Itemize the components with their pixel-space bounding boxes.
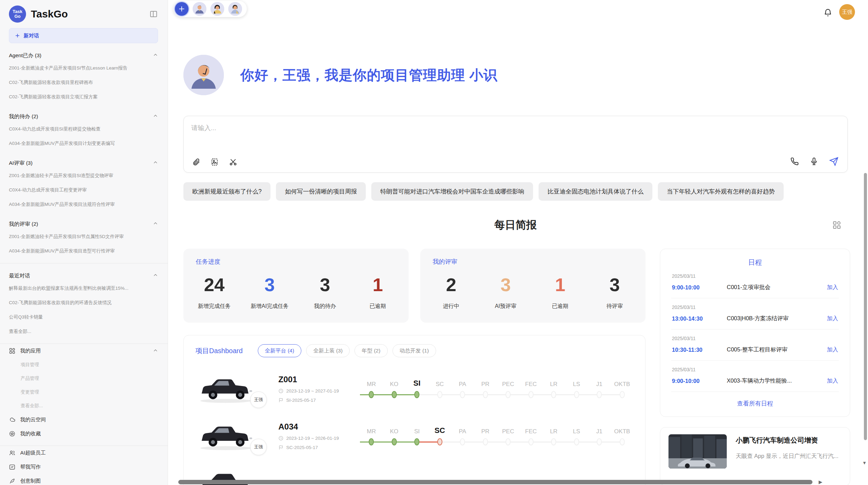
app-subitem[interactable]: 项目管理 <box>9 358 158 372</box>
stat-label: 进行中 <box>435 303 468 310</box>
plus-icon <box>15 33 20 38</box>
dashboard-tab[interactable]: 全新上装 (3) <box>306 344 350 357</box>
recent-section-header[interactable]: 最近对话 <box>9 270 158 281</box>
milestone-label: LR <box>542 377 565 388</box>
send-icon[interactable] <box>829 157 839 166</box>
sidebar-conversation-item[interactable]: C02-飞腾新能源轻客改款项目里程碑画布 <box>9 75 158 90</box>
milestone-dot <box>483 438 488 446</box>
join-meeting-link[interactable]: 加入 <box>827 284 838 291</box>
milestone-label: PEC <box>497 425 520 435</box>
new-chat-button[interactable]: 新对话 <box>9 28 158 43</box>
briefing-layout-grid-icon[interactable] <box>832 221 841 231</box>
sidebar: Task Go TaskGo 新对话 Agent已办 (3) Z001-全新燃油… <box>0 0 168 485</box>
recent-view-all[interactable]: 查看全部... <box>9 324 158 339</box>
milestone-dot <box>619 391 625 398</box>
milestone: KO <box>383 377 406 400</box>
user-avatar[interactable]: 王强 <box>839 4 855 20</box>
scroll-right-arrow-icon[interactable]: ▶ <box>819 479 822 485</box>
milestone-label: KO <box>383 377 406 388</box>
view-all-schedule-link[interactable]: 查看所有日程 <box>671 399 839 408</box>
attachment-icon[interactable] <box>192 158 200 166</box>
milestone: KO <box>383 425 406 447</box>
suggestion-chip[interactable]: 特朗普可能对进口汽车增税会对中国车企造成哪些影响 <box>371 182 533 201</box>
milestone: SC <box>429 425 451 447</box>
join-meeting-link[interactable]: 加入 <box>827 315 838 322</box>
join-meeting-link[interactable]: 加入 <box>827 377 838 385</box>
scroll-down-arrow-icon[interactable]: ▼ <box>862 460 867 465</box>
sidebar-conversation-item[interactable]: C02-飞腾新能源轻客改款项目的闭环通告反馈情况 <box>9 296 158 310</box>
sidebar-conversation-item[interactable]: A034-全新新能源MUV产品开发项目法规符合性评审 <box>9 197 158 212</box>
car-image <box>195 373 256 405</box>
milestone-dot <box>506 438 511 446</box>
image-upload-icon[interactable] <box>210 158 219 166</box>
sidebar-header: Task Go TaskGo <box>9 5 158 23</box>
milestone-dot <box>414 438 420 446</box>
dashboard-tab[interactable]: 年型 (2) <box>354 344 387 357</box>
assistant-avatar[interactable] <box>228 2 242 16</box>
sidebar-item-cloud-space[interactable]: 我的云空间 <box>9 413 158 427</box>
sidebar-section-header[interactable]: AI评审 (3) <box>9 158 158 169</box>
stat-label: 已逾期 <box>544 303 577 310</box>
sidebar-conversation-item[interactable]: C02-飞腾新能源轻客改款项目立项汇报方案 <box>9 90 158 104</box>
sidebar-item-favorites[interactable]: 我的收藏 <box>9 427 158 441</box>
milestone-label: LS <box>565 377 588 388</box>
milestone-dot <box>619 438 625 446</box>
sidebar-conversation-item[interactable]: Z001-全新燃油轻卡产品开发项目SI造型提交物评审 <box>9 169 158 183</box>
sidebar-conversation-item[interactable]: Z001-全新燃油皮卡产品开发项目SI节点Lesson Learn报告 <box>9 61 158 75</box>
vertical-scrollbar[interactable] <box>864 173 867 440</box>
suggestion-chip[interactable]: 如何写一份清晰的项目周报 <box>276 182 366 201</box>
sidebar-section-header[interactable]: 我的待办 (2) <box>9 111 158 122</box>
milestone-label: KO <box>383 425 406 435</box>
sidebar-conversation-item[interactable]: 公司Q3轻卡销量 <box>9 310 158 324</box>
milestone: FEC <box>520 377 543 400</box>
dashboard-tab[interactable]: 动总开发 (1) <box>393 344 436 357</box>
milestone-dot <box>597 391 602 398</box>
stat: 24 新增完成任务 <box>198 274 231 310</box>
cloud-icon <box>9 416 15 423</box>
sidebar-item-creative-drawing[interactable]: 创意制图 <box>9 474 158 485</box>
project-row[interactable]: 王强 A034 2023-12-19 ~ 2026-01-19 SC-2025-… <box>195 420 634 452</box>
app-subitem[interactable]: 产品管理 <box>9 372 158 385</box>
join-meeting-link[interactable]: 加入 <box>827 346 838 353</box>
creative-drawing-label: 创意制图 <box>20 478 158 484</box>
notifications-bell-icon[interactable] <box>823 8 832 18</box>
sidebar-conversation-item[interactable]: C0X4-动力总成开发项目工程变更评审 <box>9 183 158 197</box>
sidebar-conversation-item[interactable]: Z001-全新燃油轻卡产品开发项目SI节点属性5D文件评审 <box>9 229 158 244</box>
chat-input[interactable] <box>191 124 774 148</box>
add-assistant-button[interactable] <box>175 2 189 16</box>
sidebar-item-my-apps[interactable]: 我的应用 <box>9 344 158 358</box>
sidebar-conversation-item[interactable]: C0X4-动力总成开发项目SI里程碑提交物检查 <box>9 122 158 136</box>
microphone-icon[interactable] <box>810 157 818 166</box>
sidebar-section-header[interactable]: 我的评审 (2) <box>9 219 158 229</box>
screenshot-scissors-icon[interactable] <box>229 158 237 166</box>
milestone-dot <box>528 391 533 398</box>
milestone-label: PEC <box>497 377 520 388</box>
apps-view-all[interactable]: 查看全部... <box>9 399 158 413</box>
sidebar-item-help-me-write[interactable]: 帮我写作 <box>9 460 158 474</box>
project-row[interactable]: 王强 Z001 2023-12-19 ~ 2027-01-19 SI-2025-… <box>195 373 634 405</box>
horizontal-scrollbar[interactable] <box>178 480 812 484</box>
sidebar-conversation-item[interactable]: A034-全新新能源MUV产品开发项目计划变更表编写 <box>9 136 158 151</box>
suggestion-chip[interactable]: 当下年轻人对汽车外观有怎样的喜好趋势 <box>658 182 784 201</box>
assistant-avatar[interactable] <box>210 2 224 16</box>
assistant-avatar[interactable] <box>193 2 206 16</box>
suggestion-chip[interactable]: 欧洲新规最近颁布了什么? <box>183 182 270 201</box>
news-card[interactable]: 小鹏飞行汽车制造公司增资 天眼查 App 显示，近日广州汇天飞行汽... <box>660 427 850 485</box>
schedule-time: 9:00-10:00 <box>672 378 727 384</box>
assistant-avatar-large <box>183 55 224 95</box>
suggestion-chip[interactable]: 比亚迪全固态电池计划具体说了什么 <box>539 182 652 201</box>
sidebar-section-header[interactable]: Agent已办 (3) <box>9 50 158 61</box>
milestone-dot <box>574 438 579 446</box>
schedule-date: 2025/03/11 <box>672 336 838 341</box>
milestone: LS <box>565 377 588 400</box>
sidebar-conversation-item[interactable]: A034-全新新能源MUV产品开发项目造型可行性评审 <box>9 244 158 258</box>
stat-label: 新增完成任务 <box>198 303 231 310</box>
sidebar-toggle-icon[interactable] <box>149 10 158 18</box>
sidebar-conversation-item[interactable]: 解释最新出台的欧盟报废车法规再生塑料比例被调至15%... <box>9 281 158 296</box>
app-subitem[interactable]: 变更管理 <box>9 385 158 399</box>
my-apps-label: 我的应用 <box>20 348 148 354</box>
milestone-label: FEC <box>520 425 543 435</box>
dashboard-tab[interactable]: 全新平台 (4) <box>258 344 301 357</box>
sidebar-item-ai-super-staff[interactable]: AI超级员工 <box>9 446 158 460</box>
voice-call-icon[interactable] <box>790 157 799 166</box>
